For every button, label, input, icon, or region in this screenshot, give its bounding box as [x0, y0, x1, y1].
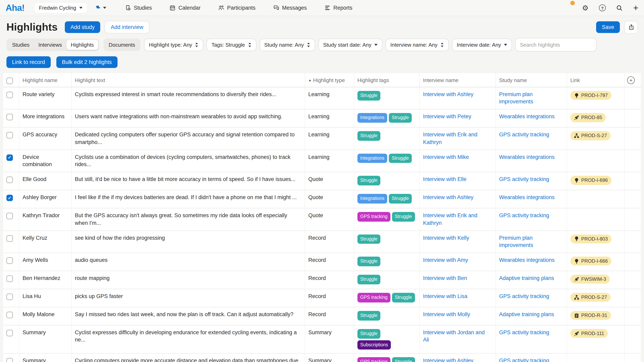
tag-pill[interactable]: GPS tracking	[358, 293, 390, 302]
aha-logo[interactable]: Aha!	[6, 2, 24, 13]
interview-link[interactable]: Interview with Erik and Kathryn	[423, 213, 477, 226]
tag-pill[interactable]: Struggle	[392, 212, 415, 222]
tag-pill[interactable]: Struggle	[358, 235, 380, 244]
interview-link[interactable]: Interview with Amy	[423, 257, 468, 263]
tag-pill[interactable]: Integrations	[358, 154, 387, 163]
nav-item-reports[interactable]: Reports	[324, 5, 352, 11]
search-icon[interactable]	[616, 5, 623, 11]
interview-link[interactable]: Interview with Mike	[423, 154, 469, 160]
tag-pill[interactable]: Struggle	[358, 329, 380, 339]
tag-pill[interactable]: Integrations	[358, 113, 387, 123]
column-header-highlight-type[interactable]: ▲Highlight type	[305, 73, 354, 87]
record-link-pill[interactable]: PROD-S-27	[570, 131, 610, 140]
save-button[interactable]: Save	[596, 21, 620, 33]
column-header-link[interactable]: Link	[567, 73, 625, 87]
tag-pill[interactable]: Integrations	[358, 194, 387, 204]
search-highlights-input[interactable]	[520, 42, 592, 48]
study-link[interactable]: Wearables integrations	[499, 154, 555, 160]
tag-pill[interactable]: Struggle	[358, 91, 380, 100]
record-link-pill[interactable]: FWSWIM-3	[570, 275, 610, 284]
study-link[interactable]: Premium plan improvements	[499, 91, 533, 105]
tag-pill[interactable]: Struggle	[392, 293, 415, 302]
row-checkbox[interactable]	[6, 92, 13, 98]
study-link[interactable]: Adaptive training plans	[499, 275, 554, 281]
tag-pill[interactable]: Struggle	[358, 176, 380, 185]
record-link-pill[interactable]: PROD-I-666	[570, 257, 612, 266]
filter-interview-name[interactable]: Interview name: Any	[386, 39, 448, 50]
add-column-button[interactable]: +	[627, 76, 635, 84]
help-icon[interactable]: ?	[599, 4, 606, 11]
interview-link[interactable]: Interview with Molly	[423, 311, 470, 317]
interview-link[interactable]: Interview with Ashley	[423, 91, 474, 97]
nav-item-messages[interactable]: Messages	[273, 5, 307, 11]
interview-link[interactable]: Interview with Kelly	[423, 235, 469, 241]
workspace-type-selector[interactable]	[92, 4, 109, 11]
study-link[interactable]: Wearables integrations	[499, 114, 555, 120]
study-link[interactable]: GPS activity tracking	[499, 358, 549, 362]
settings-gear-icon[interactable]: ⚙	[582, 4, 588, 11]
select-all-checkbox[interactable]	[6, 78, 13, 84]
tab-studies[interactable]: Studies	[8, 40, 34, 50]
study-link[interactable]: Adaptive training plans	[499, 311, 554, 317]
row-checkbox[interactable]	[6, 358, 13, 362]
add-study-button[interactable]: Add study	[65, 21, 100, 33]
record-link-pill[interactable]: PROD-I-696	[570, 176, 612, 185]
interview-link[interactable]: Interview with Lisa	[423, 293, 468, 299]
tag-pill[interactable]: Struggle	[392, 357, 415, 362]
filter-highlight-type[interactable]: Highlight type: Any	[144, 39, 203, 50]
interview-link[interactable]: Interview with Ben	[423, 275, 467, 281]
study-link[interactable]: Wearables integrations	[499, 257, 555, 263]
tag-pill[interactable]: Struggle	[389, 154, 412, 163]
row-checkbox[interactable]	[6, 114, 13, 120]
row-checkbox[interactable]	[6, 312, 13, 318]
tag-pill[interactable]: Subscriptions	[358, 340, 391, 350]
interview-link[interactable]: Interview with Elle	[423, 176, 466, 182]
study-link[interactable]: Wearables integrations	[499, 194, 555, 201]
filter-study-name[interactable]: Study name: Any	[260, 39, 315, 50]
tab-highlights[interactable]: Highlights	[66, 40, 98, 50]
study-link[interactable]: GPS activity tracking	[499, 176, 549, 182]
column-header-study-name[interactable]: Study name	[496, 73, 567, 87]
row-checkbox[interactable]	[6, 177, 13, 183]
record-link-pill[interactable]: PROD-I-803	[570, 235, 612, 243]
record-link-pill[interactable]: PROD-85	[570, 113, 606, 122]
nav-item-participants[interactable]: Participants	[218, 5, 256, 11]
row-checkbox[interactable]	[6, 132, 13, 139]
row-checkbox[interactable]: ✓	[6, 195, 13, 201]
record-link-pill[interactable]: PROD-R-31	[570, 311, 611, 320]
interview-link[interactable]: Interview with Jordan and Ali	[423, 330, 484, 343]
study-link[interactable]: GPS activity tracking	[499, 132, 549, 138]
interview-link[interactable]: Interview with Erik and Kathryn	[423, 132, 477, 145]
record-link-pill[interactable]: PROD-111	[570, 329, 608, 338]
tag-pill[interactable]: Struggle	[389, 194, 412, 204]
row-checkbox[interactable]	[6, 235, 13, 242]
study-link[interactable]: GPS activity tracking	[499, 330, 549, 336]
row-checkbox[interactable]	[6, 294, 13, 300]
tag-pill[interactable]: Struggle	[389, 113, 412, 123]
share-button[interactable]	[625, 21, 638, 33]
workspace-selector[interactable]: Fredwin Cycling	[34, 2, 88, 13]
nav-item-studies[interactable]: Studies	[125, 5, 152, 11]
column-header-highlight-tags[interactable]: Highlight tags	[354, 73, 420, 87]
study-link[interactable]: Premium plan improvements	[499, 235, 533, 248]
row-checkbox[interactable]	[6, 213, 13, 219]
interview-link[interactable]: Interview with Ashley	[423, 358, 474, 362]
tab-interviews[interactable]: Interviews	[34, 40, 66, 50]
filter-interview-date[interactable]: Interview date: Any	[452, 39, 512, 50]
bulk-edit-button[interactable]: Bulk edit 2 highlights	[56, 56, 118, 68]
study-link[interactable]: GPS activity tracking	[499, 213, 549, 219]
column-header-highlight-name[interactable]: Highlight name	[19, 73, 72, 87]
link-to-record-button[interactable]: Link to record	[6, 56, 51, 68]
record-link-pill[interactable]: PROD-I-797	[570, 91, 612, 100]
row-checkbox[interactable]: ✓	[6, 154, 13, 161]
study-link[interactable]: GPS activity tracking	[499, 293, 549, 299]
interview-link[interactable]: Interview with Ashley	[423, 194, 474, 201]
user-menu[interactable]	[562, 3, 572, 13]
tag-pill[interactable]: GPS tracking	[358, 357, 390, 362]
filter-tags[interactable]: Tags: Struggle	[207, 39, 256, 50]
add-interview-button[interactable]: Add interview	[105, 21, 149, 33]
add-plus-icon[interactable]: +	[633, 3, 638, 12]
nav-item-calendar[interactable]: Calendar	[170, 5, 201, 11]
column-header-interview-name[interactable]: Interview name	[420, 73, 496, 87]
tag-pill[interactable]: GPS tracking	[358, 212, 390, 222]
